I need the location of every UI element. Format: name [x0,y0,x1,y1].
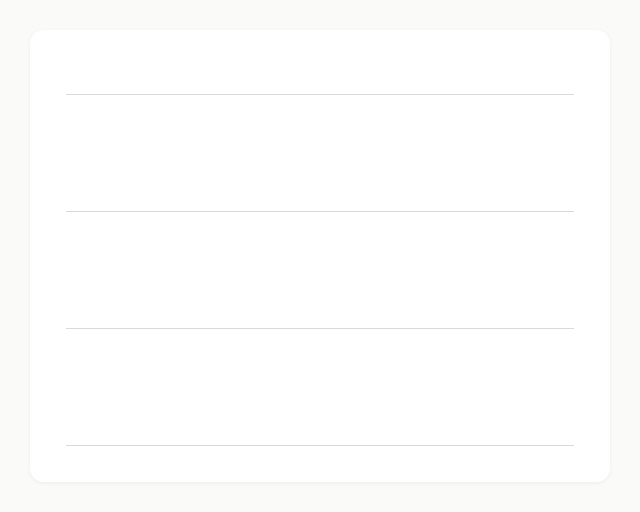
plot-area [66,56,574,446]
chart-card [30,30,610,482]
bars-container [66,56,574,446]
